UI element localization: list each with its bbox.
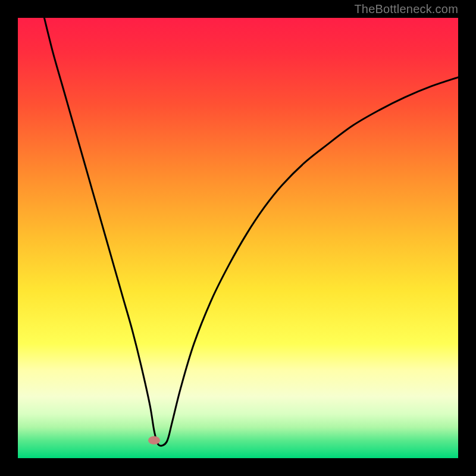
watermark-text: TheBottleneck.com	[354, 2, 458, 16]
curve-layer	[18, 18, 458, 458]
bottleneck-curve	[44, 18, 458, 446]
optimal-point-marker	[148, 436, 160, 444]
plot-area	[18, 18, 458, 458]
chart-frame: TheBottleneck.com	[0, 0, 476, 476]
